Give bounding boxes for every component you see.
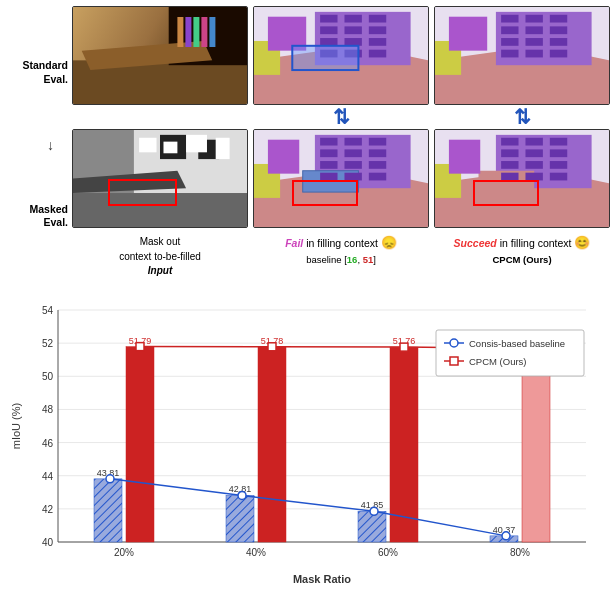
baseline-masked-cell	[253, 129, 429, 228]
top-section: Standard Eval. ↓ Masked Eval.	[0, 0, 616, 285]
fail-in: in	[306, 237, 317, 249]
cpcm-masked-canvas	[435, 130, 609, 227]
sep-col2: ⇅	[253, 107, 429, 128]
fail-word: Fail	[285, 237, 303, 249]
input-label: Input	[148, 265, 172, 276]
bi-arrow-fail-icon: ⇅	[333, 107, 350, 127]
baseline-masked-canvas	[254, 130, 428, 227]
3d-fail-canvas	[254, 7, 428, 104]
bi-arrow-succeed-icon: ⇅	[514, 107, 531, 127]
fail-emoji: 😞	[381, 235, 397, 250]
side-labels: Standard Eval. ↓ Masked Eval.	[4, 6, 72, 283]
chart-section: 4042444648505254mIoU (%)43.8151.7920%42.…	[0, 285, 616, 598]
svg-rect-22	[126, 347, 154, 542]
svg-rect-27	[258, 347, 286, 542]
svg-point-43	[238, 491, 246, 499]
baseline-label: baseline [16, 51]	[306, 254, 376, 265]
svg-rect-32	[390, 347, 418, 542]
svg-text:48: 48	[42, 404, 54, 415]
succeed-emoji: 😊	[574, 235, 590, 250]
svg-text:20%: 20%	[114, 547, 134, 558]
standard-eval-label: Standard Eval.	[4, 59, 68, 86]
bar-chart: 4042444648505254mIoU (%)43.8151.7920%42.…	[10, 289, 606, 590]
svg-point-52	[450, 339, 458, 347]
room-photo-canvas	[73, 7, 247, 104]
svg-rect-48	[400, 343, 408, 351]
3d-succeed-canvas	[435, 7, 609, 104]
svg-text:42: 42	[42, 504, 54, 515]
succeed-word: Succeed	[454, 237, 497, 249]
cpcm-masked-cell	[434, 129, 610, 228]
svg-point-45	[502, 532, 510, 540]
svg-text:54: 54	[42, 305, 54, 316]
svg-text:50: 50	[42, 371, 54, 382]
masked-eval-label-block: Masked Eval.	[4, 154, 72, 280]
svg-point-44	[370, 507, 378, 515]
svg-text:46: 46	[42, 438, 54, 449]
svg-rect-47	[268, 343, 276, 351]
svg-text:Consis-based baseline: Consis-based baseline	[469, 338, 565, 349]
fail-suffix-text: filling context	[317, 237, 381, 249]
svg-rect-55	[450, 357, 458, 365]
svg-text:40: 40	[42, 537, 54, 548]
red-rect-baseline	[292, 180, 358, 205]
room-photo-cell	[72, 6, 248, 105]
top-image-row	[72, 6, 610, 105]
sep-col3: ⇅	[434, 107, 610, 128]
captions-area: Mask outcontext to-be-filled Input Fail …	[72, 231, 610, 283]
svg-text:40%: 40%	[246, 547, 266, 558]
separator-row: ⇅ ⇅	[72, 108, 610, 126]
standard-eval-label-block: Standard Eval.	[4, 10, 72, 136]
svg-text:52: 52	[42, 338, 54, 349]
svg-rect-31	[358, 511, 386, 542]
main-container: Standard Eval. ↓ Masked Eval.	[0, 0, 616, 598]
svg-text:mIoU (%): mIoU (%)	[10, 403, 22, 449]
caption-col1: Mask outcontext to-be-filled Input	[72, 234, 248, 283]
svg-text:Mask Ratio: Mask Ratio	[293, 573, 351, 585]
masked-input-cell	[72, 129, 248, 228]
down-arrow-icon: ↓	[47, 137, 54, 153]
svg-rect-50	[436, 330, 584, 376]
cpcm-label: CPCM (Ours)	[492, 254, 551, 265]
red-rect-cpcm	[473, 180, 539, 205]
svg-text:CPCM (Ours): CPCM (Ours)	[469, 356, 527, 367]
svg-rect-26	[226, 495, 254, 542]
svg-rect-21	[94, 479, 122, 542]
svg-point-42	[106, 475, 114, 483]
svg-text:44: 44	[42, 471, 54, 482]
3d-fail-cell	[253, 6, 429, 105]
mask-out-text: Mask outcontext to-be-filled	[119, 236, 201, 262]
svg-text:80%: 80%	[510, 547, 530, 558]
succeed-suffix-text: filling context	[511, 237, 575, 249]
caption-col2: Fail in filling context 😞 baseline [16, …	[253, 234, 429, 283]
svg-text:60%: 60%	[378, 547, 398, 558]
svg-rect-37	[522, 349, 550, 542]
svg-rect-46	[136, 343, 144, 351]
images-area: ⇅ ⇅	[72, 6, 610, 283]
masked-eval-label: Masked Eval.	[4, 203, 68, 230]
red-rect-input	[108, 179, 178, 206]
caption-col3: Succeed in filling context 😊 CPCM (Ours)	[434, 234, 610, 283]
succeed-in: in	[500, 237, 511, 249]
3d-succeed-cell	[434, 6, 610, 105]
bottom-image-row	[72, 129, 610, 228]
